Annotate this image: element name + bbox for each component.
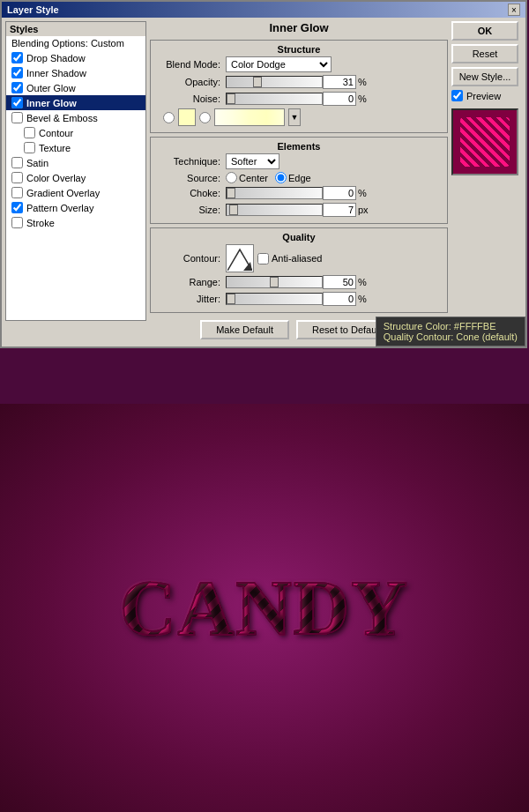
gradient-bar[interactable] (214, 108, 285, 126)
preview-checkbox[interactable] (451, 90, 463, 101)
color-overlay-item[interactable]: Color Overlay (6, 170, 145, 185)
quality-title: Quality (154, 232, 443, 242)
inner-shadow-label: Inner Shadow (26, 68, 86, 78)
technique-row: Technique: Softer Precise (154, 153, 443, 169)
make-default-button[interactable]: Make Default (200, 320, 289, 339)
blending-label: Blending Options: Custom (11, 38, 124, 48)
size-unit: px (358, 205, 369, 215)
size-label: Size: (154, 205, 220, 215)
noise-input[interactable] (323, 92, 356, 106)
contour-preview[interactable] (226, 244, 254, 272)
range-slider[interactable] (226, 276, 323, 288)
choke-input[interactable] (323, 186, 356, 200)
dialog-title: Layer Style (7, 4, 59, 15)
gradient-overlay-item[interactable]: Gradient Overlay (6, 185, 145, 200)
drop-shadow-checkbox[interactable] (11, 52, 23, 63)
jitter-slider[interactable] (226, 293, 323, 305)
left-panel: Styles Blending Options: Custom Drop Sha… (5, 21, 146, 343)
ok-button[interactable]: OK (451, 21, 518, 41)
size-slider[interactable] (226, 204, 323, 216)
jitter-input[interactable] (323, 292, 356, 306)
solid-color-radio[interactable] (163, 112, 175, 123)
size-input[interactable] (323, 203, 356, 217)
source-edge-radio[interactable] (275, 172, 287, 183)
color-row: ▼ (154, 108, 443, 126)
drop-shadow-label: Drop Shadow (26, 53, 86, 63)
source-edge-label[interactable]: Edge (275, 172, 311, 183)
choke-row: Choke: % (154, 186, 443, 200)
contour-item[interactable]: Contour (6, 125, 145, 140)
noise-slider[interactable] (226, 93, 323, 105)
texture-checkbox[interactable] (24, 142, 35, 153)
tooltip-line2: Quality Contour: Cone (default) (384, 332, 518, 342)
gradient-arrow[interactable]: ▼ (288, 108, 301, 126)
inner-shadow-item[interactable]: Inner Shadow (6, 65, 145, 80)
source-center-label[interactable]: Center (226, 172, 268, 183)
drop-shadow-item[interactable]: Drop Shadow (6, 50, 145, 65)
anti-aliased-checkbox[interactable] (257, 253, 269, 264)
contour-checkbox[interactable] (24, 127, 35, 138)
close-button[interactable]: × (508, 4, 520, 16)
stroke-item[interactable]: Stroke (6, 215, 145, 230)
dialog-body: Styles Blending Options: Custom Drop Sha… (2, 18, 525, 346)
satin-checkbox[interactable] (11, 157, 23, 168)
elements-section: Elements Technique: Softer Precise Sourc… (150, 137, 448, 224)
anti-aliased-label[interactable]: Anti-aliased (257, 253, 322, 264)
color-overlay-checkbox[interactable] (11, 172, 23, 183)
outer-glow-item[interactable]: Outer Glow (6, 80, 145, 95)
pattern-overlay-item[interactable]: Pattern Overlay (6, 200, 145, 215)
opacity-label: Opacity: (154, 77, 220, 87)
inner-glow-section-title: Inner Glow (150, 21, 448, 34)
inner-shadow-checkbox[interactable] (11, 67, 23, 78)
candy-text-inner: CANDY (120, 563, 409, 652)
preview-label: Preview (466, 91, 501, 101)
dialog-container: Layer Style × Styles Blending Options: C… (0, 0, 527, 348)
range-input[interactable] (323, 275, 356, 289)
bevel-emboss-item[interactable]: Bevel & Emboss (6, 110, 145, 125)
contour-row: Contour: Anti-aliased (154, 244, 443, 272)
contour-label: Contour (39, 128, 73, 138)
range-unit: % (358, 277, 367, 287)
structure-title: Structure (154, 44, 443, 55)
choke-slider[interactable] (226, 187, 323, 199)
noise-unit: % (358, 93, 367, 104)
range-row: Range: % (154, 275, 443, 289)
texture-item[interactable]: Texture (6, 140, 145, 155)
opacity-slider[interactable] (226, 76, 323, 88)
inner-glow-label: Inner Glow (26, 98, 77, 108)
inner-glow-item[interactable]: Inner Glow (6, 95, 145, 110)
color-swatch[interactable] (178, 108, 196, 126)
technique-select[interactable]: Softer Precise (226, 153, 279, 169)
blend-mode-row: Blend Mode: Color Dodge Normal Screen Ov… (154, 56, 443, 72)
bevel-emboss-label: Bevel & Emboss (26, 113, 98, 123)
elements-title: Elements (154, 141, 443, 152)
buttons-panel: OK Reset New Style... Preview (451, 21, 522, 343)
noise-label: Noise: (154, 93, 220, 104)
contour-svg (227, 246, 252, 271)
jitter-label: Jitter: (154, 294, 220, 304)
source-center-radio[interactable] (226, 172, 237, 183)
bevel-emboss-checkbox[interactable] (11, 112, 23, 123)
noise-row: Noise: % (154, 92, 443, 106)
outer-glow-checkbox[interactable] (11, 82, 23, 93)
stroke-label: Stroke (26, 218, 55, 228)
inner-glow-checkbox[interactable] (11, 97, 23, 108)
styles-header-item[interactable]: Styles (6, 22, 145, 36)
tooltip-line1: Structure Color: #FFFFBE (384, 321, 518, 332)
center-panel: Inner Glow Structure Blend Mode: Color D… (150, 21, 448, 343)
gradient-radio[interactable] (199, 112, 211, 123)
opacity-unit: % (358, 77, 367, 87)
satin-item[interactable]: Satin (6, 155, 145, 170)
new-style-button[interactable]: New Style... (451, 67, 518, 86)
blend-mode-select[interactable]: Color Dodge Normal Screen Overlay (226, 56, 332, 72)
source-row: Source: Center Edge (154, 172, 443, 183)
blending-options-item[interactable]: Blending Options: Custom (6, 36, 145, 50)
opacity-input[interactable] (323, 75, 356, 89)
contour-row-label: Contour: (154, 253, 220, 264)
stroke-checkbox[interactable] (11, 217, 23, 228)
reset-button[interactable]: Reset (451, 44, 518, 63)
candy-text: CANDY (120, 563, 409, 652)
gradient-overlay-checkbox[interactable] (11, 187, 23, 198)
pattern-overlay-checkbox[interactable] (11, 202, 23, 213)
technique-label: Technique: (154, 156, 220, 167)
